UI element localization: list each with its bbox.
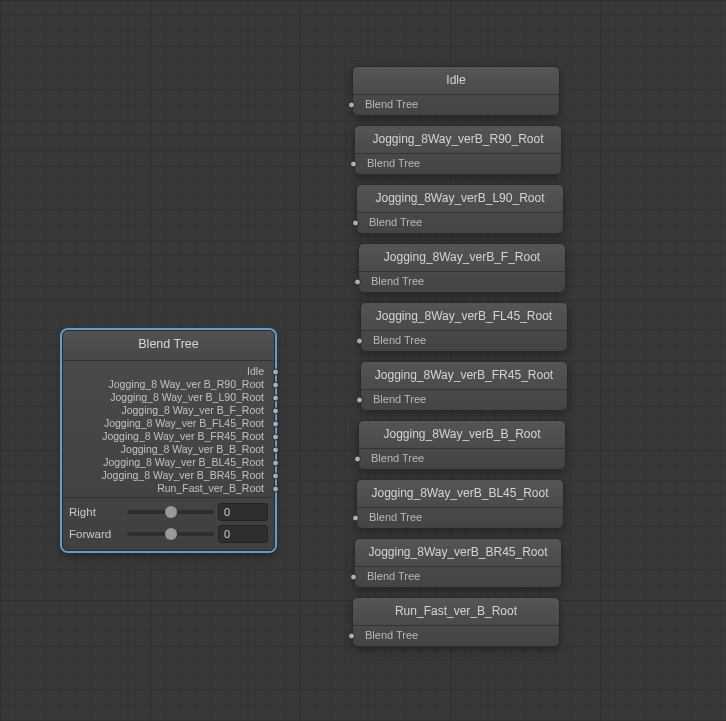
- motion-node-sub-label: Blend Tree: [365, 629, 418, 641]
- output-row: Run_Fast_ver_B_Root: [63, 482, 274, 495]
- node-title: Blend Tree: [63, 331, 274, 361]
- input-port[interactable]: [354, 456, 361, 463]
- motion-node-title: Jogging_8Way_verB_L90_Root: [357, 185, 563, 213]
- motion-node[interactable]: Jogging_8Way_verB_B_RootBlend Tree: [358, 420, 566, 470]
- motion-node-sub-label: Blend Tree: [371, 452, 424, 464]
- motion-node-sub: Blend Tree: [357, 213, 563, 233]
- output-label: Jogging_8 Way_ver B_L90_Root: [110, 391, 264, 403]
- motion-node-title: Jogging_8Way_verB_BR45_Root: [355, 539, 561, 567]
- motion-node[interactable]: Jogging_8Way_verB_BL45_RootBlend Tree: [356, 479, 564, 529]
- output-port[interactable]: [272, 368, 279, 375]
- output-port[interactable]: [272, 459, 279, 466]
- output-label: Idle: [247, 365, 264, 377]
- motion-node-sub-label: Blend Tree: [367, 570, 420, 582]
- output-row: Jogging_8 Way_ver B_FL45_Root: [63, 417, 274, 430]
- motion-node[interactable]: Jogging_8Way_verB_FL45_RootBlend Tree: [360, 302, 568, 352]
- motion-node[interactable]: Jogging_8Way_verB_L90_RootBlend Tree: [356, 184, 564, 234]
- output-row: Idle: [63, 365, 274, 378]
- motion-node[interactable]: Jogging_8Way_verB_BR45_RootBlend Tree: [354, 538, 562, 588]
- motion-node-sub-label: Blend Tree: [365, 98, 418, 110]
- motion-node-sub-label: Blend Tree: [371, 275, 424, 287]
- output-port[interactable]: [272, 407, 279, 414]
- output-row: Jogging_8 Way_ver B_BR45_Root: [63, 469, 274, 482]
- param-label: Forward: [69, 528, 123, 540]
- motion-node-sub-label: Blend Tree: [367, 157, 420, 169]
- motion-node-title: Run_Fast_ver_B_Root: [353, 598, 559, 626]
- output-label: Run_Fast_ver_B_Root: [157, 482, 264, 494]
- input-port[interactable]: [352, 515, 359, 522]
- motion-node-sub: Blend Tree: [361, 390, 567, 410]
- input-port[interactable]: [352, 220, 359, 227]
- motion-node-sub: Blend Tree: [355, 154, 561, 174]
- param-row: Right0: [69, 503, 268, 521]
- motion-node-sub-label: Blend Tree: [373, 334, 426, 346]
- output-label: Jogging_8 Way_ver B_B_Root: [121, 443, 264, 455]
- param-label: Right: [69, 506, 123, 518]
- motion-node[interactable]: IdleBlend Tree: [352, 66, 560, 116]
- output-row: Jogging_8 Way_ver B_L90_Root: [63, 391, 274, 404]
- motion-node-sub-label: Blend Tree: [369, 216, 422, 228]
- motion-node-sub: Blend Tree: [357, 508, 563, 528]
- output-port[interactable]: [272, 420, 279, 427]
- output-port[interactable]: [272, 433, 279, 440]
- output-port[interactable]: [272, 485, 279, 492]
- output-row: Jogging_8 Way_ver B_F_Root: [63, 404, 274, 417]
- output-label: Jogging_8 Way_ver B_BL45_Root: [103, 456, 264, 468]
- output-row: Jogging_8 Way_ver B_R90_Root: [63, 378, 274, 391]
- motion-node-sub-label: Blend Tree: [373, 393, 426, 405]
- output-label: Jogging_8 Way_ver B_BR45_Root: [102, 469, 264, 481]
- slider-thumb[interactable]: [165, 506, 177, 518]
- slider-thumb[interactable]: [165, 528, 177, 540]
- output-label: Jogging_8 Way_ver B_F_Root: [121, 404, 264, 416]
- blend-tree-node[interactable]: Blend Tree IdleJogging_8 Way_ver B_R90_R…: [62, 330, 275, 551]
- motion-node-sub: Blend Tree: [353, 95, 559, 115]
- motion-node-sub: Blend Tree: [359, 272, 565, 292]
- motion-node-title: Jogging_8Way_verB_FL45_Root: [361, 303, 567, 331]
- output-label: Jogging_8 Way_ver B_R90_Root: [109, 378, 264, 390]
- output-row: Jogging_8 Way_ver B_FR45_Root: [63, 430, 274, 443]
- motion-node-sub: Blend Tree: [359, 449, 565, 469]
- input-port[interactable]: [348, 633, 355, 640]
- motion-node-title: Idle: [353, 67, 559, 95]
- node-outputs: IdleJogging_8 Way_ver B_R90_RootJogging_…: [63, 361, 274, 497]
- motion-node-title: Jogging_8Way_verB_BL45_Root: [357, 480, 563, 508]
- input-port[interactable]: [350, 161, 357, 168]
- motion-node-title: Jogging_8Way_verB_F_Root: [359, 244, 565, 272]
- motion-node-title: Jogging_8Way_verB_FR45_Root: [361, 362, 567, 390]
- motion-node-title: Jogging_8Way_verB_R90_Root: [355, 126, 561, 154]
- input-port[interactable]: [356, 338, 363, 345]
- input-port[interactable]: [348, 102, 355, 109]
- param-row: Forward0: [69, 525, 268, 543]
- motion-node[interactable]: Jogging_8Way_verB_R90_RootBlend Tree: [354, 125, 562, 175]
- motion-node[interactable]: Jogging_8Way_verB_FR45_RootBlend Tree: [360, 361, 568, 411]
- param-slider[interactable]: [127, 510, 214, 514]
- output-label: Jogging_8 Way_ver B_FR45_Root: [102, 430, 264, 442]
- motion-node[interactable]: Run_Fast_ver_B_RootBlend Tree: [352, 597, 560, 647]
- param-value[interactable]: 0: [218, 503, 268, 521]
- output-row: Jogging_8 Way_ver B_BL45_Root: [63, 456, 274, 469]
- input-port[interactable]: [350, 574, 357, 581]
- motion-node-sub: Blend Tree: [353, 626, 559, 646]
- output-port[interactable]: [272, 394, 279, 401]
- param-slider[interactable]: [127, 532, 214, 536]
- motion-node-title: Jogging_8Way_verB_B_Root: [359, 421, 565, 449]
- input-port[interactable]: [354, 279, 361, 286]
- motion-node-sub-label: Blend Tree: [369, 511, 422, 523]
- motion-node-sub: Blend Tree: [361, 331, 567, 351]
- output-port[interactable]: [272, 472, 279, 479]
- motion-node[interactable]: Jogging_8Way_verB_F_RootBlend Tree: [358, 243, 566, 293]
- motion-node-sub: Blend Tree: [355, 567, 561, 587]
- output-port[interactable]: [272, 446, 279, 453]
- output-row: Jogging_8 Way_ver B_B_Root: [63, 443, 274, 456]
- output-port[interactable]: [272, 381, 279, 388]
- output-label: Jogging_8 Way_ver B_FL45_Root: [104, 417, 264, 429]
- input-port[interactable]: [356, 397, 363, 404]
- param-value[interactable]: 0: [218, 525, 268, 543]
- node-parameters: Right0Forward0: [63, 497, 274, 550]
